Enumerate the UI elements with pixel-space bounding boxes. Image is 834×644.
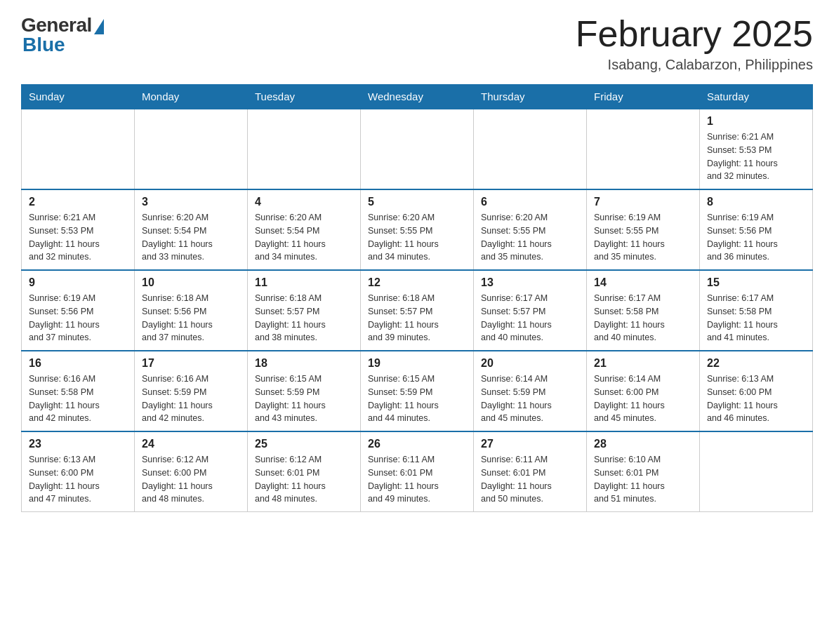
day-info: Sunrise: 6:17 AMSunset: 5:57 PMDaylight:… [481, 292, 579, 344]
day-number: 27 [481, 438, 579, 450]
calendar-cell: 9Sunrise: 6:19 AMSunset: 5:56 PMDaylight… [22, 270, 135, 351]
day-number: 16 [29, 357, 127, 370]
calendar-cell: 13Sunrise: 6:17 AMSunset: 5:57 PMDayligh… [474, 270, 587, 351]
calendar-cell: 1Sunrise: 6:21 AMSunset: 5:53 PMDaylight… [700, 109, 813, 189]
week-row-2: 2Sunrise: 6:21 AMSunset: 5:53 PMDaylight… [22, 189, 813, 270]
calendar-cell: 8Sunrise: 6:19 AMSunset: 5:56 PMDaylight… [700, 189, 813, 270]
day-info: Sunrise: 6:19 AMSunset: 5:55 PMDaylight:… [594, 211, 692, 264]
calendar-cell: 24Sunrise: 6:12 AMSunset: 6:00 PMDayligh… [135, 431, 248, 512]
week-row-1: 1Sunrise: 6:21 AMSunset: 5:53 PMDaylight… [22, 109, 813, 189]
day-info: Sunrise: 6:12 AMSunset: 6:00 PMDaylight:… [142, 453, 240, 506]
day-info: Sunrise: 6:21 AMSunset: 5:53 PMDaylight:… [707, 130, 805, 183]
calendar-subtitle: Isabang, Calabarzon, Philippines [576, 57, 813, 73]
weekday-header-row: SundayMondayTuesdayWednesdayThursdayFrid… [22, 85, 813, 109]
calendar-cell [587, 109, 700, 189]
day-number: 4 [255, 196, 353, 208]
day-info: Sunrise: 6:18 AMSunset: 5:57 PMDaylight:… [255, 292, 353, 344]
calendar-cell: 15Sunrise: 6:17 AMSunset: 5:58 PMDayligh… [700, 270, 813, 351]
day-number: 7 [594, 196, 692, 208]
calendar-table: SundayMondayTuesdayWednesdayThursdayFrid… [21, 84, 813, 512]
calendar-cell: 23Sunrise: 6:13 AMSunset: 6:00 PMDayligh… [22, 431, 135, 512]
day-number: 12 [368, 276, 466, 289]
calendar-cell [700, 431, 813, 512]
day-info: Sunrise: 6:19 AMSunset: 5:56 PMDaylight:… [707, 211, 805, 264]
day-number: 10 [142, 276, 240, 289]
day-number: 1 [707, 115, 805, 128]
week-row-3: 9Sunrise: 6:19 AMSunset: 5:56 PMDaylight… [22, 270, 813, 351]
calendar-cell: 20Sunrise: 6:14 AMSunset: 5:59 PMDayligh… [474, 351, 587, 431]
day-info: Sunrise: 6:21 AMSunset: 5:53 PMDaylight:… [29, 211, 127, 264]
day-number: 14 [594, 276, 692, 289]
day-number: 15 [707, 276, 805, 289]
day-number: 17 [142, 357, 240, 370]
calendar-cell: 10Sunrise: 6:18 AMSunset: 5:56 PMDayligh… [135, 270, 248, 351]
logo-triangle-icon [94, 19, 104, 34]
calendar-cell: 28Sunrise: 6:10 AMSunset: 6:01 PMDayligh… [587, 431, 700, 512]
day-info: Sunrise: 6:11 AMSunset: 6:01 PMDaylight:… [368, 453, 466, 506]
day-info: Sunrise: 6:15 AMSunset: 5:59 PMDaylight:… [368, 373, 466, 425]
day-number: 5 [368, 196, 466, 208]
day-info: Sunrise: 6:16 AMSunset: 5:58 PMDaylight:… [29, 373, 127, 425]
day-info: Sunrise: 6:14 AMSunset: 6:00 PMDaylight:… [594, 373, 692, 425]
day-info: Sunrise: 6:13 AMSunset: 6:00 PMDaylight:… [29, 453, 127, 506]
day-info: Sunrise: 6:16 AMSunset: 5:59 PMDaylight:… [142, 373, 240, 425]
day-info: Sunrise: 6:15 AMSunset: 5:59 PMDaylight:… [255, 373, 353, 425]
calendar-cell [135, 109, 248, 189]
day-info: Sunrise: 6:17 AMSunset: 5:58 PMDaylight:… [707, 292, 805, 344]
page-header: General Blue February 2025 Isabang, Cala… [21, 14, 813, 73]
day-number: 8 [707, 196, 805, 208]
day-number: 3 [142, 196, 240, 208]
calendar-cell [248, 109, 361, 189]
day-info: Sunrise: 6:13 AMSunset: 6:00 PMDaylight:… [707, 373, 805, 425]
day-number: 13 [481, 276, 579, 289]
day-number: 24 [142, 438, 240, 450]
day-info: Sunrise: 6:11 AMSunset: 6:01 PMDaylight:… [481, 453, 579, 506]
logo-blue-text: Blue [22, 34, 65, 56]
calendar-cell: 19Sunrise: 6:15 AMSunset: 5:59 PMDayligh… [361, 351, 474, 431]
calendar-title: February 2025 [576, 14, 813, 54]
day-info: Sunrise: 6:20 AMSunset: 5:54 PMDaylight:… [142, 211, 240, 264]
day-info: Sunrise: 6:19 AMSunset: 5:56 PMDaylight:… [29, 292, 127, 344]
weekday-header-sunday: Sunday [22, 85, 135, 109]
day-number: 25 [255, 438, 353, 450]
calendar-cell: 11Sunrise: 6:18 AMSunset: 5:57 PMDayligh… [248, 270, 361, 351]
calendar-cell: 4Sunrise: 6:20 AMSunset: 5:54 PMDaylight… [248, 189, 361, 270]
day-info: Sunrise: 6:17 AMSunset: 5:58 PMDaylight:… [594, 292, 692, 344]
day-number: 18 [255, 357, 353, 370]
calendar-cell: 5Sunrise: 6:20 AMSunset: 5:55 PMDaylight… [361, 189, 474, 270]
calendar-cell [474, 109, 587, 189]
day-info: Sunrise: 6:12 AMSunset: 6:01 PMDaylight:… [255, 453, 353, 506]
day-info: Sunrise: 6:20 AMSunset: 5:55 PMDaylight:… [368, 211, 466, 264]
day-info: Sunrise: 6:18 AMSunset: 5:57 PMDaylight:… [368, 292, 466, 344]
title-block: February 2025 Isabang, Calabarzon, Phili… [576, 14, 813, 73]
calendar-cell: 3Sunrise: 6:20 AMSunset: 5:54 PMDaylight… [135, 189, 248, 270]
weekday-header-tuesday: Tuesday [248, 85, 361, 109]
day-number: 20 [481, 357, 579, 370]
day-info: Sunrise: 6:18 AMSunset: 5:56 PMDaylight:… [142, 292, 240, 344]
day-number: 11 [255, 276, 353, 289]
calendar-cell [361, 109, 474, 189]
day-number: 6 [481, 196, 579, 208]
day-number: 9 [29, 276, 127, 289]
day-number: 2 [29, 196, 127, 208]
calendar-cell: 18Sunrise: 6:15 AMSunset: 5:59 PMDayligh… [248, 351, 361, 431]
calendar-cell: 14Sunrise: 6:17 AMSunset: 5:58 PMDayligh… [587, 270, 700, 351]
calendar-cell: 6Sunrise: 6:20 AMSunset: 5:55 PMDaylight… [474, 189, 587, 270]
calendar-cell [22, 109, 135, 189]
week-row-4: 16Sunrise: 6:16 AMSunset: 5:58 PMDayligh… [22, 351, 813, 431]
weekday-header-wednesday: Wednesday [361, 85, 474, 109]
day-number: 22 [707, 357, 805, 370]
day-info: Sunrise: 6:14 AMSunset: 5:59 PMDaylight:… [481, 373, 579, 425]
weekday-header-thursday: Thursday [474, 85, 587, 109]
day-number: 21 [594, 357, 692, 370]
day-number: 19 [368, 357, 466, 370]
day-info: Sunrise: 6:10 AMSunset: 6:01 PMDaylight:… [594, 453, 692, 506]
day-info: Sunrise: 6:20 AMSunset: 5:55 PMDaylight:… [481, 211, 579, 264]
week-row-5: 23Sunrise: 6:13 AMSunset: 6:00 PMDayligh… [22, 431, 813, 512]
weekday-header-saturday: Saturday [700, 85, 813, 109]
day-number: 26 [368, 438, 466, 450]
weekday-header-monday: Monday [135, 85, 248, 109]
calendar-cell: 27Sunrise: 6:11 AMSunset: 6:01 PMDayligh… [474, 431, 587, 512]
weekday-header-friday: Friday [587, 85, 700, 109]
calendar-cell: 21Sunrise: 6:14 AMSunset: 6:00 PMDayligh… [587, 351, 700, 431]
